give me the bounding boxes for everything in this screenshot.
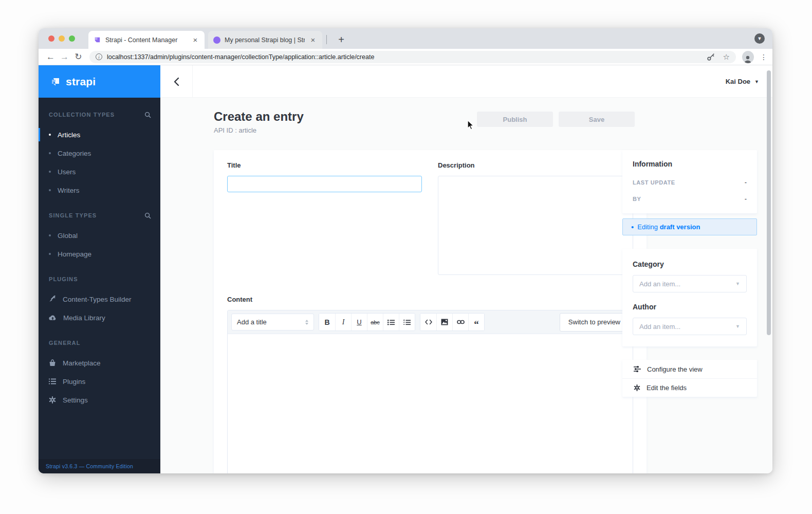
person-icon [743, 55, 752, 63]
sidebar-item-label: Categories [58, 150, 91, 157]
information-title: Information [633, 160, 747, 168]
sidebar-item-articles[interactable]: Articles [39, 125, 160, 144]
edit-fields-link[interactable]: Edit the fields [622, 378, 757, 397]
image-button[interactable] [436, 314, 452, 331]
key-icon[interactable] [707, 52, 715, 61]
browser-tab-blog[interactable]: My personal Strapi blog | Strap × [208, 31, 322, 49]
app-header: Kai Doe ▼ [160, 65, 772, 98]
sidebar-item-categories[interactable]: Categories [39, 144, 160, 162]
strapi-logo[interactable]: strapi [39, 65, 160, 98]
tab-close-icon[interactable]: × [191, 35, 199, 44]
browser-menu-icon[interactable]: ⋮ [760, 53, 767, 61]
configure-view-link[interactable]: Configure the view [622, 360, 757, 378]
author-select[interactable]: Add an item... ▼ [633, 318, 747, 335]
version-text[interactable]: Strapi v3.6.3 — Community Edition [46, 463, 133, 469]
sidebar-item-writers[interactable]: Writers [39, 181, 160, 199]
sidebar-item-users[interactable]: Users [39, 162, 160, 181]
user-name: Kai Doe [726, 78, 750, 85]
back-icon[interactable]: ← [44, 52, 58, 62]
chevron-down-icon: ▼ [754, 79, 759, 84]
heading-select-value: Add a title [237, 318, 305, 326]
sidebar-item-marketplace[interactable]: Marketplace [39, 354, 160, 372]
editor-toolbar: Add a title B I U abc [228, 310, 633, 334]
heading-select[interactable]: Add a title [231, 314, 314, 331]
sidebar-item-settings[interactable]: Settings [39, 391, 160, 409]
description-textarea[interactable] [438, 176, 633, 275]
tab-title: Strapi - Content Manager [105, 36, 187, 44]
profile-avatar[interactable] [742, 51, 754, 63]
chevron-down-icon: ▼ [735, 281, 740, 286]
category-placeholder: Add an item... [639, 280, 680, 288]
sidebar-footer: Strapi v3.6.3 — Community Edition [39, 459, 160, 473]
filter-icon [634, 366, 641, 372]
window-controls [48, 35, 75, 42]
tab-divider [326, 35, 327, 44]
sidebar-item-global[interactable]: Global [39, 226, 160, 245]
search-icon[interactable] [144, 212, 151, 219]
scrollbar-thumb[interactable] [767, 70, 771, 335]
sidebar-item-media-library[interactable]: Media Library [39, 308, 160, 327]
code-button[interactable] [420, 314, 436, 331]
sidebar-item-content-types-builder[interactable]: Content-Types Builder [39, 290, 160, 308]
minimize-window-button[interactable] [59, 35, 65, 42]
edit-fields-label: Edit the fields [647, 384, 687, 392]
maximize-window-button[interactable] [69, 35, 75, 42]
sidebar-item-label: Plugins [63, 378, 85, 386]
reload-icon[interactable]: ↻ [71, 51, 85, 62]
quote-button[interactable]: “ [468, 314, 484, 331]
url-text[interactable]: localhost:1337/admin/plugins/content-man… [107, 53, 702, 61]
underline-button[interactable]: U [351, 314, 367, 331]
italic-button[interactable]: I [335, 314, 351, 331]
back-button[interactable] [160, 65, 193, 98]
rich-text-editor: Add a title B I U abc [227, 310, 633, 473]
ordered-list-button[interactable] [399, 314, 415, 331]
sidebar-item-label: Content-Types Builder [63, 296, 132, 303]
user-menu[interactable]: Kai Doe ▼ [726, 65, 759, 98]
tab-strip: Strapi - Content Manager × My personal S… [39, 28, 772, 49]
relations-card: Category Add an item... ▼ Author Add an … [622, 249, 757, 346]
bookmark-star-icon[interactable]: ☆ [723, 52, 729, 62]
entry-form-card: Title Description Content Add a titl [214, 150, 647, 473]
close-window-button[interactable] [48, 35, 54, 42]
url-bar[interactable]: i localhost:1337/admin/plugins/content-m… [89, 51, 736, 63]
bullet-icon [49, 134, 51, 136]
bold-button[interactable]: B [319, 314, 335, 331]
chevron-left-icon [174, 77, 179, 86]
bullet-icon [49, 171, 51, 173]
new-tab-button[interactable]: + [334, 32, 348, 47]
editor-content-area[interactable] [228, 334, 633, 473]
sidebar-item-plugins[interactable]: Plugins [39, 372, 160, 391]
publish-button[interactable]: Publish [477, 112, 553, 127]
description-field-label: Description [438, 161, 633, 169]
search-icon[interactable] [144, 112, 151, 118]
draft-status-text: Editing draft version [637, 223, 700, 231]
bullet-icon [49, 189, 51, 191]
sidebar-item-label: Media Library [63, 314, 105, 322]
insert-button-group: “ [420, 313, 485, 331]
configure-view-label: Configure the view [647, 365, 703, 373]
draft-status-banner: • Editing draft version [622, 218, 757, 235]
by-label: BY [633, 196, 641, 202]
link-button[interactable] [452, 314, 468, 331]
browser-toolbar: ← → ↻ i localhost:1337/admin/plugins/con… [39, 49, 772, 65]
tab-close-icon[interactable]: × [309, 35, 317, 44]
title-input[interactable] [227, 176, 422, 192]
category-select[interactable]: Add an item... ▼ [633, 275, 747, 292]
browser-tab-strapi[interactable]: Strapi - Content Manager × [88, 31, 205, 49]
switch-to-preview-button[interactable]: Switch to preview [560, 313, 629, 332]
bullet-list-button[interactable] [383, 314, 399, 331]
link-icon [457, 320, 465, 324]
save-button[interactable]: Save [559, 112, 635, 127]
code-icon [425, 319, 432, 325]
section-label-collection-types: COLLECTION TYPES [49, 112, 115, 118]
strikethrough-button[interactable]: abc [367, 314, 383, 331]
basket-icon [49, 359, 56, 366]
tab-search-button[interactable]: ▼ [754, 33, 765, 44]
last-update-label: LAST UPDATE [633, 179, 675, 186]
forward-icon[interactable]: → [58, 52, 71, 62]
list-icon [49, 378, 56, 384]
sidebar-item-homepage[interactable]: Homepage [39, 245, 160, 263]
info-icon[interactable]: i [96, 53, 102, 60]
strapi-logo-icon [50, 76, 61, 87]
strapi-favicon-icon [94, 36, 101, 44]
